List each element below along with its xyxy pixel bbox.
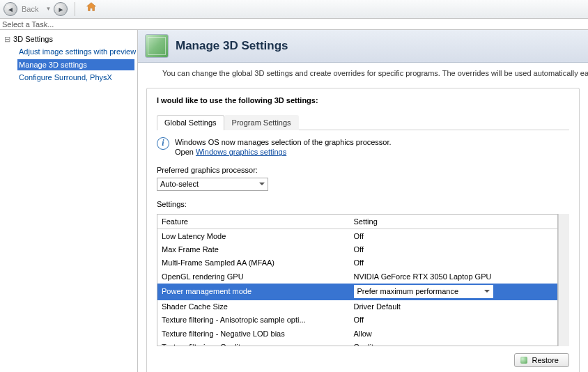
tab-program-settings[interactable]: Program Settings (224, 115, 299, 130)
windows-graphics-settings-link[interactable]: Windows graphics settings (196, 148, 286, 156)
feature-cell: Low Latency Mode (157, 229, 350, 243)
sidebar-item-surround-physx[interactable]: Configure Surround, PhysX (17, 72, 134, 83)
table-row[interactable]: Texture filtering - QualityQuality (157, 340, 557, 346)
toolbar-separator (75, 2, 75, 16)
table-row[interactable]: Multi-Frame Sampled AA (MFAA)Off (157, 256, 557, 270)
setting-cell: Quality (350, 340, 557, 346)
setting-cell: Allow (350, 327, 557, 340)
settings-tabs: Global Settings Program Settings (157, 114, 569, 130)
feature-cell: Multi-Frame Sampled AA (MFAA) (157, 256, 350, 270)
task-tree: ⊟ 3D Settings Adjust image settings with… (0, 30, 138, 372)
feature-cell: Texture filtering - Negative LOD bias (157, 327, 350, 340)
page-banner: Manage 3D Settings (138, 30, 588, 63)
table-row[interactable]: Low Latency ModeOff (157, 229, 557, 243)
tree-root-3d-settings[interactable]: ⊟ 3D Settings (3, 34, 134, 44)
feature-cell: OpenGL rendering GPU (157, 270, 350, 283)
restore-icon (520, 357, 527, 364)
feature-cell: Texture filtering - Anisotropic sample o… (157, 313, 350, 327)
setting-cell: Driver Default (350, 300, 557, 313)
tree-collapse-icon[interactable]: ⊟ (3, 34, 11, 44)
info-text: Windows OS now manages selection of the … (175, 137, 392, 157)
setting-cell[interactable]: Prefer maximum performance (350, 284, 557, 300)
preferred-processor-select[interactable]: Auto-select (157, 178, 268, 191)
page-title: Manage 3D Settings (176, 38, 288, 54)
home-icon[interactable] (82, 1, 100, 17)
sidebar-item-adjust-image[interactable]: Adjust image settings with preview (17, 46, 134, 57)
restore-button-label: Restore (532, 355, 559, 365)
setting-cell: Off (350, 256, 557, 270)
panel-heading: I would like to use the following 3D set… (157, 95, 569, 105)
feature-cell: Shader Cache Size (157, 300, 350, 313)
back-label: Back (22, 4, 38, 14)
setting-select[interactable]: Prefer maximum performance (354, 285, 493, 298)
table-row[interactable]: Texture filtering - Negative LOD biasAll… (157, 327, 557, 340)
settings-scrollbar[interactable] (558, 214, 569, 346)
select-task-bar[interactable]: Select a Task... (0, 19, 588, 30)
tree-root-label: 3D Settings (13, 35, 53, 43)
table-row[interactable]: Power management modePrefer maximum perf… (157, 284, 557, 300)
col-feature[interactable]: Feature (157, 215, 350, 229)
table-row[interactable]: Texture filtering - Anisotropic sample o… (157, 313, 557, 327)
settings-table: Feature Setting Low Latency ModeOffMax F… (157, 214, 558, 346)
setting-cell: Off (350, 313, 557, 327)
restore-button[interactable]: Restore (514, 353, 569, 367)
table-row[interactable]: Max Frame RateOff (157, 243, 557, 256)
feature-cell: Power management mode (157, 284, 350, 300)
preferred-processor-label: Preferred graphics processor: (157, 165, 569, 175)
table-row[interactable]: OpenGL rendering GPUNVIDIA GeForce RTX 3… (157, 270, 557, 283)
setting-cell: Off (350, 243, 557, 256)
col-setting[interactable]: Setting (350, 215, 557, 229)
back-button[interactable]: ◄ (3, 2, 17, 16)
setting-cell: Off (350, 229, 557, 243)
table-row[interactable]: Shader Cache SizeDriver Default (157, 300, 557, 313)
page-subtitle: You can change the global 3D settings an… (138, 63, 588, 78)
tab-global-settings[interactable]: Global Settings (157, 115, 224, 130)
setting-cell: NVIDIA GeForce RTX 3050 Laptop GPU (350, 270, 557, 283)
feature-cell: Max Frame Rate (157, 243, 350, 256)
sidebar-item-manage-3d[interactable]: Manage 3D settings (17, 59, 134, 70)
back-dropdown-icon[interactable]: ▼ (45, 6, 51, 13)
forward-button[interactable]: ► (54, 2, 68, 16)
info-icon: i (157, 137, 169, 150)
feature-cell: Texture filtering - Quality (157, 340, 350, 346)
settings-label: Settings: (157, 199, 569, 209)
banner-logo-icon (145, 34, 169, 58)
